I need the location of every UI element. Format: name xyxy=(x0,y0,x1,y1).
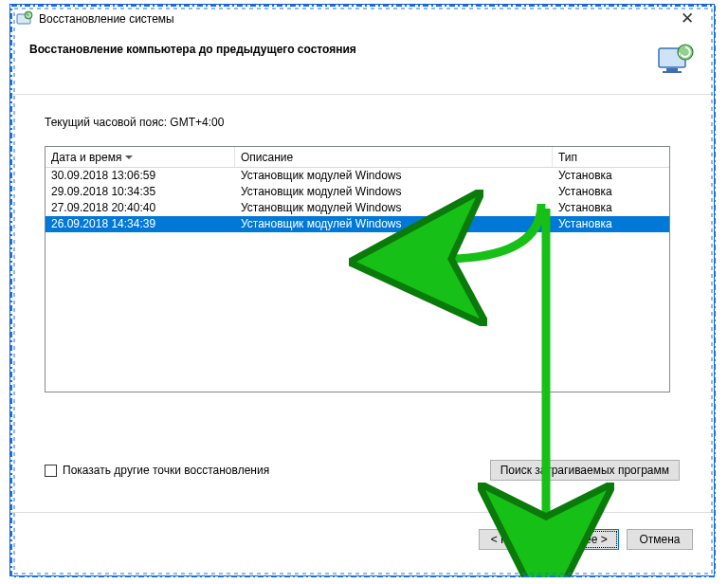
column-header-description-label: Описание xyxy=(241,151,293,164)
cell-type: Установка xyxy=(553,200,669,216)
cell-type: Установка xyxy=(553,184,669,200)
wizard-footer-buttons: < Назад Далее > Отмена xyxy=(479,529,693,550)
table-row[interactable]: 26.09.2018 14:34:39Установщик модулей Wi… xyxy=(46,216,669,232)
table-body: 30.09.2018 13:06:59Установщик модулей Wi… xyxy=(46,168,669,232)
show-more-label: Показать другие точки восстановления xyxy=(63,464,269,477)
column-header-type-label: Тип xyxy=(558,151,577,164)
system-restore-window: Восстановление системы ✕ Восстановление … xyxy=(9,4,715,576)
close-button[interactable]: ✕ xyxy=(668,6,706,32)
column-header-description[interactable]: Описание xyxy=(235,147,553,167)
column-header-datetime[interactable]: Дата и время xyxy=(46,147,235,167)
table-row[interactable]: 30.09.2018 13:06:59Установщик модулей Wi… xyxy=(46,168,669,184)
cell-datetime: 26.09.2018 14:34:39 xyxy=(46,216,235,232)
cell-type: Установка xyxy=(553,216,669,232)
show-more-checkbox[interactable] xyxy=(45,465,57,477)
next-button[interactable]: Далее > xyxy=(553,529,619,550)
cell-datetime: 27.09.2018 20:40:40 xyxy=(46,200,235,216)
restore-monitor-icon xyxy=(657,43,695,77)
svg-rect-3 xyxy=(666,68,678,71)
table-header-row: Дата и время Описание Тип xyxy=(46,147,669,168)
wizard-header: Восстановление компьютера до предыдущего… xyxy=(10,33,714,95)
cancel-button[interactable]: Отмена xyxy=(627,529,693,550)
cell-description: Установщик модулей Windows xyxy=(235,216,553,232)
sort-descending-icon xyxy=(125,155,133,159)
window-title: Восстановление системы xyxy=(39,12,174,26)
footer-divider xyxy=(10,512,714,513)
cell-description: Установщик модулей Windows xyxy=(235,200,553,216)
back-button[interactable]: < Назад xyxy=(479,529,545,550)
table-row[interactable]: 29.09.2018 10:34:35Установщик модулей Wi… xyxy=(46,184,669,200)
cell-type: Установка xyxy=(553,168,669,184)
options-row: Показать другие точки восстановления Пои… xyxy=(45,460,680,481)
cell-description: Установщик модулей Windows xyxy=(235,184,553,200)
system-restore-icon xyxy=(16,10,33,27)
table-row[interactable]: 27.09.2018 20:40:40Установщик модулей Wi… xyxy=(46,200,669,216)
column-header-datetime-label: Дата и время xyxy=(51,151,121,164)
cell-description: Установщик модулей Windows xyxy=(235,168,553,184)
svg-point-1 xyxy=(25,11,32,19)
column-header-type[interactable]: Тип xyxy=(553,147,669,167)
cell-datetime: 30.09.2018 13:06:59 xyxy=(46,168,235,184)
cell-datetime: 29.09.2018 10:34:35 xyxy=(46,184,235,200)
wizard-subtitle: Восстановление компьютера до предыдущего… xyxy=(29,43,657,56)
svg-rect-4 xyxy=(663,71,682,73)
scan-affected-programs-button[interactable]: Поиск затрагиваемых программ xyxy=(490,460,680,481)
restore-points-table[interactable]: Дата и время Описание Тип 30.09.2018 13:… xyxy=(45,146,670,392)
titlebar: Восстановление системы ✕ xyxy=(10,5,714,33)
timezone-label: Текущий часовой пояс: GMT+4:00 xyxy=(45,116,680,129)
content-area: Текущий часовой пояс: GMT+4:00 Дата и вр… xyxy=(10,95,714,402)
